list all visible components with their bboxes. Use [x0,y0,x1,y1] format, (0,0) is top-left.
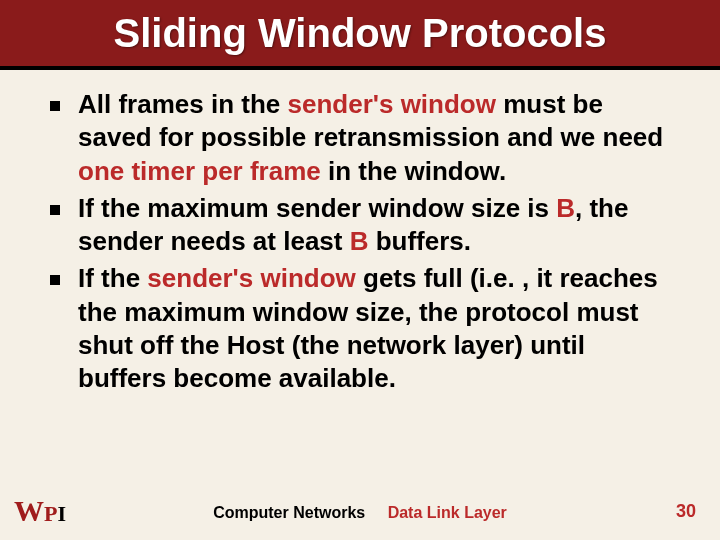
bullet-text: If the maximum sender window size is [78,193,556,223]
wpi-logo: WPI [14,496,66,526]
logo-text: WPI [14,496,66,526]
emphasis: sender's window [288,89,496,119]
footer-topic: Data Link Layer [388,504,507,521]
bullet-item: If the maximum sender window size is B, … [50,192,680,259]
footer-center: Computer Networks Data Link Layer [213,504,507,522]
bullet-text: buffers. [368,226,471,256]
title-bar: Sliding Window Protocols [0,0,720,70]
logo-p: P [44,501,57,526]
content-area: All frames in the sender's window must b… [0,70,720,395]
footer: WPI Computer Networks Data Link Layer 30 [0,492,720,526]
emphasis: B [350,226,369,256]
logo-i: I [57,501,66,526]
bullet-item: All frames in the sender's window must b… [50,88,680,188]
bullet-text: in the window. [321,156,506,186]
slide-title: Sliding Window Protocols [114,11,607,56]
bullet-text: All frames in the [78,89,288,119]
emphasis: B [556,193,575,223]
emphasis: one timer per frame [78,156,321,186]
bullet-text: If the [78,263,147,293]
slide-number: 30 [676,501,696,522]
footer-course: Computer Networks [213,504,365,521]
emphasis: sender's window [147,263,355,293]
logo-w: W [14,494,44,527]
bullet-list: All frames in the sender's window must b… [50,88,680,395]
bullet-item: If the sender's window gets full (i.e. ,… [50,262,680,395]
